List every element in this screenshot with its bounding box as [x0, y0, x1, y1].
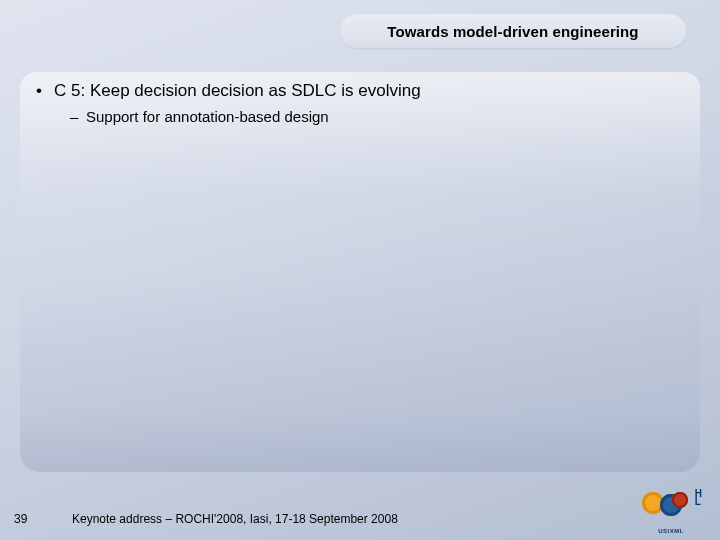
slide-body-panel: C 5: Keep decision decision as SDLC is e… — [20, 72, 700, 472]
gear-icon — [672, 492, 688, 508]
usixml-logo: HL USIXML — [642, 492, 700, 534]
logo-text: USIXML — [642, 528, 700, 534]
slide-number: 39 — [14, 512, 27, 526]
slide-title-pill: Towards model-driven engineering — [340, 14, 686, 48]
bullet-level-1: C 5: Keep decision decision as SDLC is e… — [36, 80, 684, 103]
footer-text: Keynote address – ROCHI'2008, Iasi, 17-1… — [72, 512, 398, 526]
slide: Towards model-driven engineering C 5: Ke… — [0, 0, 720, 540]
bullet-text: C 5: Keep decision decision as SDLC is e… — [54, 81, 421, 100]
logo-hl-text: HL — [695, 490, 702, 506]
bullet-text: Support for annotation-based design — [86, 108, 329, 125]
slide-title: Towards model-driven engineering — [387, 23, 638, 40]
bullet-level-2: Support for annotation-based design — [36, 107, 684, 127]
bullet-list: C 5: Keep decision decision as SDLC is e… — [36, 80, 684, 127]
